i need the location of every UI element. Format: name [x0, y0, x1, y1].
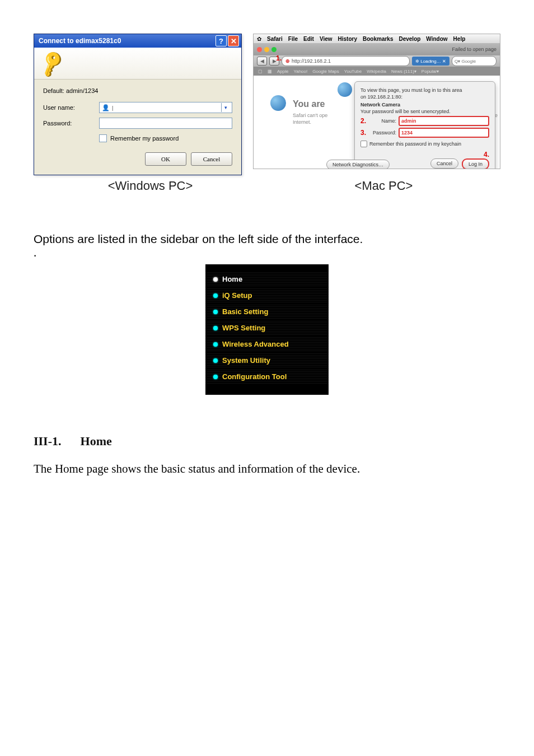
annot-1: 1.: [276, 54, 282, 62]
cancel-button[interactable]: Cancel: [191, 152, 232, 166]
stray-period: .: [34, 246, 500, 260]
traffic-lights: [257, 47, 277, 52]
sidebar-item-iq-setup[interactable]: iQ Setup: [205, 287, 329, 304]
sheet-remember-checkbox[interactable]: Remember this password in my keychain: [360, 141, 489, 147]
menu-file[interactable]: File: [288, 36, 298, 42]
checkbox-icon: [99, 134, 107, 142]
error-heading: You are: [293, 99, 325, 109]
sheet-login-button[interactable]: Log In: [462, 158, 489, 169]
help-icon[interactable]: ?: [216, 35, 227, 46]
sheet-remember-label: Remember this password in my keychain: [369, 141, 461, 147]
bullet-icon: [213, 310, 218, 314]
bm-yahoo[interactable]: Yahoo!: [293, 69, 307, 74]
password-input[interactable]: [99, 118, 232, 129]
sidebar-item-label: iQ Setup: [222, 291, 252, 300]
caption-windows: <Windows PC>: [34, 179, 267, 193]
bullet-icon: [213, 375, 218, 379]
annot-4: 4.: [484, 151, 489, 158]
min-dot-icon[interactable]: [264, 47, 269, 52]
apple-icon: ✿: [257, 36, 261, 42]
checkbox-icon: [360, 141, 367, 147]
bookmarks-icon[interactable]: ▢: [258, 69, 263, 74]
bm-wikipedia[interactable]: Wikipedia: [367, 69, 386, 74]
remember-password-checkbox[interactable]: Remember my password: [99, 134, 232, 142]
sidebar-item-label: Home: [222, 275, 242, 283]
password-label: Password:: [43, 120, 99, 127]
menu-history[interactable]: History: [338, 36, 357, 42]
menu-view[interactable]: View: [320, 36, 332, 42]
sidebar-item-basic-setting[interactable]: Basic Setting: [205, 304, 329, 320]
caption-mac: <Mac PC>: [267, 179, 500, 193]
mac-page-body: 1. You are Safari can't ope Internet. n'…: [254, 76, 500, 169]
error-sub2: Internet.: [293, 119, 311, 125]
bm-youtube[interactable]: YouTube: [344, 69, 362, 74]
mac-safari-window: ✿ Safari File Edit View History Bookmark…: [253, 34, 500, 169]
menu-bookmarks[interactable]: Bookmarks: [363, 36, 393, 42]
sheet-name-input[interactable]: [399, 116, 489, 126]
zoom-dot-icon[interactable]: [271, 47, 277, 52]
remember-label: Remember my password: [110, 135, 179, 142]
mac-nav-row: ◀ ▶ ⊕ http://192.168.2.1 ✲Loading… ✕ Q▾ …: [254, 55, 500, 67]
sheet-msg-1b: on 192.168.2.1:80:: [360, 94, 489, 100]
bm-gmaps[interactable]: Google Maps: [312, 69, 339, 74]
menu-window[interactable]: Window: [426, 36, 447, 42]
url-text: http://192.168.2.1: [292, 58, 331, 64]
username-label: User name:: [43, 104, 99, 111]
grid-icon[interactable]: ▦: [268, 69, 272, 74]
sidebar-item-label: Wireless Advanced: [222, 340, 289, 348]
menu-help[interactable]: Help: [453, 36, 466, 42]
sidebar-item-home[interactable]: Home: [205, 271, 329, 287]
loading-badge[interactable]: ✲Loading… ✕: [412, 57, 449, 66]
bookmarks-bar: ▢ ▦ Apple Yahoo! Google Maps YouTube Wik…: [254, 67, 500, 76]
mac-menubar: ✿ Safari File Edit View History Bookmark…: [254, 34, 500, 43]
bm-popular[interactable]: Popular▾: [421, 69, 439, 74]
windows-titlebar: Connect to edimax5281c0 ? ✕: [34, 34, 241, 48]
sidebar-item-label: System Utility: [222, 356, 270, 365]
bullet-icon: [213, 342, 218, 347]
person-icon: 👤: [102, 104, 110, 111]
bullet-icon: [213, 358, 218, 363]
close-icon[interactable]: ✕: [228, 35, 239, 46]
username-input[interactable]: 👤 | ▾: [99, 102, 232, 113]
bullet-icon: [213, 293, 218, 298]
address-bar[interactable]: ⊕ http://192.168.2.1: [282, 56, 410, 66]
windows-banner: 🔑: [34, 48, 241, 80]
auth-sheet: To view this page, you must log in to th…: [354, 81, 495, 169]
mac-toolbar: Failed to open page: [254, 43, 500, 55]
menu-safari[interactable]: Safari: [267, 36, 283, 42]
chevron-down-icon[interactable]: ▾: [221, 103, 229, 112]
sheet-warn: Your password will be sent unencrypted.: [360, 109, 489, 114]
sidebar-item-label: Configuration Tool: [222, 372, 287, 381]
network-diagnostics-button[interactable]: Network Diagnostics…: [326, 160, 390, 169]
sidebar-item-label: Basic Setting: [222, 307, 268, 316]
keys-icon: 🔑: [36, 48, 67, 78]
sheet-cancel-button[interactable]: Cancel: [430, 158, 458, 169]
google-search[interactable]: Q▾ Google: [452, 56, 496, 66]
error-sub1: Safari can't ope: [293, 113, 327, 118]
bm-apple[interactable]: Apple: [277, 69, 288, 74]
section-text: The Home page shows the basic status and…: [34, 462, 500, 476]
ok-button[interactable]: OK: [145, 152, 186, 166]
menu-edit[interactable]: Edit: [303, 36, 314, 42]
sheet-msg-1: To view this page, you must log in to th…: [360, 87, 489, 93]
annot-2: 2.: [360, 117, 366, 125]
windows-auth-dialog: Connect to edimax5281c0 ? ✕ 🔑 Default: a…: [34, 34, 242, 175]
windows-title: Connect to edimax5281c0: [39, 34, 214, 48]
sheet-pass-label: Password:: [368, 130, 396, 136]
section-number: III-1.: [34, 434, 62, 449]
section-title: Home: [81, 434, 112, 449]
sidebar-item-label: WPS Setting: [222, 324, 265, 332]
sidebar-item-system-utility[interactable]: System Utility: [205, 352, 329, 368]
sheet-pass-input[interactable]: [399, 128, 489, 138]
close-dot-icon[interactable]: [257, 47, 262, 52]
back-button[interactable]: ◀: [257, 57, 267, 66]
window-caption: Failed to open page: [452, 46, 496, 52]
sheet-realm: Network Camera: [360, 102, 489, 108]
bm-news[interactable]: News (111)▾: [391, 69, 416, 74]
sidebar-item-configuration-tool[interactable]: Configuration Tool: [205, 368, 329, 385]
sidebar-item-wps-setting[interactable]: WPS Setting: [205, 320, 329, 336]
globe-icon: [338, 82, 352, 97]
sidebar-item-wireless-advanced[interactable]: Wireless Advanced: [205, 336, 329, 352]
bullet-icon: [213, 277, 218, 282]
menu-develop[interactable]: Develop: [399, 36, 420, 42]
